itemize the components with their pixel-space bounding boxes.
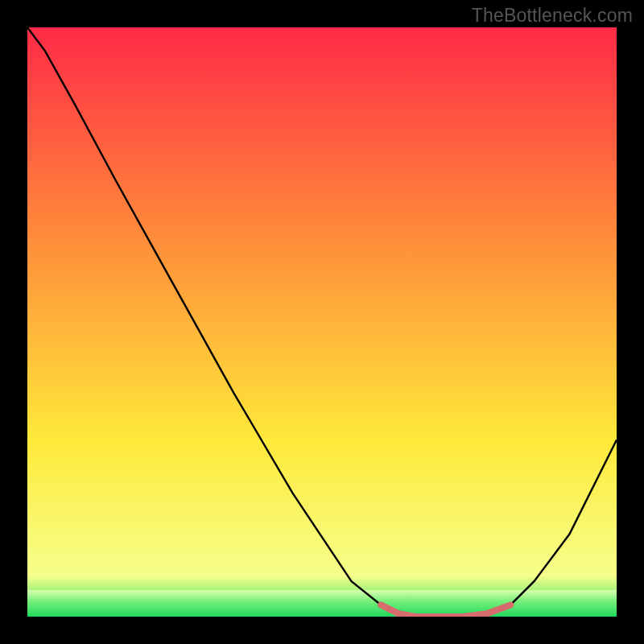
chart-svg [27,27,617,617]
chart-frame: TheBottleneck.com [0,0,644,644]
green-band [27,590,617,617]
plot-area [27,27,617,617]
watermark-text: TheBottleneck.com [472,5,633,27]
gradient-background [27,27,617,617]
